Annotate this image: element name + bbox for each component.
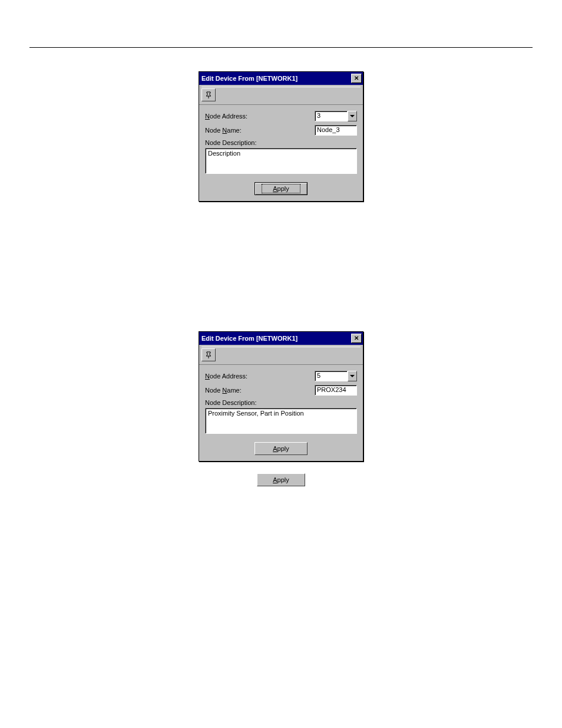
chevron-down-icon — [350, 375, 355, 377]
horizontal-rule — [29, 47, 533, 48]
pushpin-icon — [204, 91, 213, 99]
node-address-combo[interactable]: 3 — [315, 111, 357, 121]
node-description-label: Node Description: — [205, 399, 357, 406]
titlebar: Edit Device From [NETWORK1] ✕ — [199, 72, 363, 85]
node-description-label: Node Description: — [205, 139, 357, 146]
apply-button[interactable]: Apply — [254, 442, 308, 455]
node-address-value[interactable]: 5 — [315, 371, 348, 381]
dialog-title: Edit Device From [NETWORK1] — [201, 75, 297, 82]
node-name-input[interactable]: PROX234 — [315, 385, 357, 396]
node-name-label: Node Name: — [205, 387, 315, 394]
toolbar — [199, 85, 363, 105]
node-address-label: Node Address: — [205, 373, 315, 380]
chevron-down-icon — [350, 115, 355, 117]
pushpin-icon — [204, 351, 213, 359]
apply-button-standalone[interactable]: Apply — [257, 473, 305, 486]
node-address-dropdown-button[interactable] — [348, 111, 357, 121]
node-address-combo[interactable]: 5 — [315, 371, 357, 381]
close-icon: ✕ — [354, 335, 359, 341]
close-icon: ✕ — [354, 75, 359, 81]
close-button[interactable]: ✕ — [351, 74, 362, 83]
dialog-title: Edit Device From [NETWORK1] — [201, 335, 297, 342]
node-address-value[interactable]: 3 — [315, 111, 348, 121]
node-description-textarea[interactable]: Description — [205, 148, 357, 174]
close-button[interactable]: ✕ — [351, 334, 362, 343]
node-address-label: Node Address: — [205, 113, 315, 120]
edit-device-dialog-1: Edit Device From [NETWORK1] ✕ Node Addre… — [199, 71, 363, 202]
node-name-input[interactable]: Node_3 — [315, 125, 357, 136]
pin-button[interactable] — [201, 88, 216, 101]
toolbar — [199, 345, 363, 365]
apply-button[interactable]: Apply — [254, 182, 308, 195]
node-name-label: Node Name: — [205, 127, 315, 134]
edit-device-dialog-2: Edit Device From [NETWORK1] ✕ Node Addre… — [199, 331, 363, 462]
pin-button[interactable] — [201, 348, 216, 361]
node-description-textarea[interactable]: Proximity Sensor, Part in Position — [205, 408, 357, 434]
titlebar: Edit Device From [NETWORK1] ✕ — [199, 332, 363, 345]
node-address-dropdown-button[interactable] — [348, 371, 357, 381]
